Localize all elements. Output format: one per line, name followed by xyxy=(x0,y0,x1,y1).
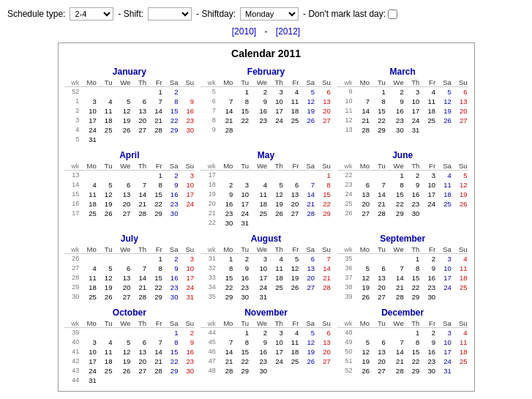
day-cell: 10 xyxy=(420,180,436,190)
week-number: 35 xyxy=(201,292,217,302)
col-header-tu: Tu xyxy=(233,78,250,87)
day-cell: 16 xyxy=(163,273,179,283)
week-row: 35293031 xyxy=(201,292,331,302)
week-row: 1078910111213 xyxy=(337,97,468,106)
day-cell: 9 xyxy=(179,97,195,106)
day-cell: 11 xyxy=(452,264,468,273)
day-cell: 30 xyxy=(420,292,436,302)
day-cell xyxy=(147,376,163,385)
week-number: 49 xyxy=(337,338,353,347)
schedule-type-select[interactable]: 2-41-13-34-4 xyxy=(70,7,113,20)
col-header-fr: Fr xyxy=(284,319,300,328)
day-cell: 14 xyxy=(147,106,163,116)
col-header-wk: wk xyxy=(337,319,353,328)
dontmark-checkbox[interactable] xyxy=(388,10,397,19)
week-row: 5119202122232425 xyxy=(337,357,468,366)
day-cell: 26 xyxy=(299,116,315,125)
day-cell: 20 xyxy=(113,199,131,209)
week-row: 1511121314151617 xyxy=(64,190,195,199)
week-number: 52 xyxy=(337,366,353,376)
week-number: 35 xyxy=(337,254,353,264)
week-row: 424252627282930 xyxy=(64,125,195,135)
week-number: 47 xyxy=(201,357,217,366)
day-cell: 28 xyxy=(217,125,234,135)
day-cell: 24 xyxy=(80,125,97,135)
day-cell: 27 xyxy=(113,209,131,218)
day-cell: 19 xyxy=(452,190,468,199)
day-cell xyxy=(131,87,147,97)
month-september: SeptemberwkMoTuWeThFrSaSu351234365678910… xyxy=(336,232,470,303)
day-cell: 22 xyxy=(147,199,163,209)
day-cell: 21 xyxy=(147,357,163,366)
day-cell: 3 xyxy=(233,180,250,190)
day-cell: 21 xyxy=(315,273,331,283)
day-cell: 10 xyxy=(436,264,452,273)
day-cell: 27 xyxy=(113,292,131,302)
col-header-wk: wk xyxy=(201,162,217,171)
col-header-sa: Sa xyxy=(299,78,315,87)
day-cell: 6 xyxy=(131,97,147,106)
day-cell xyxy=(80,87,97,97)
day-cell: 9 xyxy=(250,338,268,347)
day-cell: 29 xyxy=(405,366,421,376)
day-cell: 8 xyxy=(163,338,179,347)
col-header-mo: Mo xyxy=(217,245,234,254)
day-cell: 1 xyxy=(217,254,234,264)
col-header-tu: Tu xyxy=(97,162,113,171)
next-year-link[interactable]: [2012] xyxy=(276,26,300,37)
day-cell: 2 xyxy=(405,171,421,181)
day-cell: 6 xyxy=(284,180,300,190)
day-cell: 14 xyxy=(217,347,234,357)
col-header-mo: Mo xyxy=(80,162,97,171)
day-cell: 27 xyxy=(131,125,147,135)
col-header-th: Th xyxy=(131,245,147,254)
day-cell: 21 xyxy=(386,283,405,292)
week-row: 4578910111213 xyxy=(201,338,331,347)
month-april: AprilwkMoTuWeThFrSaSu1312314456789101511… xyxy=(63,149,197,229)
day-cell xyxy=(353,87,371,97)
shiftday-select[interactable]: MondayTuesdayWednesdayThursdayFridaySatu… xyxy=(240,7,299,20)
day-cell xyxy=(284,171,300,181)
week-number: 8 xyxy=(201,116,217,125)
col-header-su: Su xyxy=(452,319,468,328)
day-cell: 6 xyxy=(113,264,131,273)
col-header-su: Su xyxy=(315,78,331,87)
month-january: JanuarywkMoTuWeThFrSaSu52121345678921011… xyxy=(63,65,197,146)
day-cell: 14 xyxy=(217,106,234,116)
day-cell: 24 xyxy=(268,116,284,125)
month-table-september: wkMoTuWeThFrSaSu351234365678910113712131… xyxy=(337,245,468,302)
day-cell: 4 xyxy=(80,264,97,273)
col-header-tu: Tu xyxy=(97,78,113,87)
week-row: 4217181920212223 xyxy=(64,357,195,366)
calendar-container: Calendar 2011 JanuarywkMoTuWeThFrSaSu521… xyxy=(58,42,475,392)
col-header-su: Su xyxy=(179,319,195,328)
day-cell: 1 xyxy=(233,87,250,97)
day-cell: 14 xyxy=(315,264,331,273)
shift-select[interactable] xyxy=(148,7,192,20)
day-cell xyxy=(353,328,371,338)
day-cell xyxy=(452,125,468,135)
day-cell: 21 xyxy=(217,357,234,366)
day-cell: 28 xyxy=(370,209,386,218)
prev-year-link[interactable]: [2010] xyxy=(232,26,256,37)
day-cell xyxy=(113,254,131,264)
week-row: 1221222324252627 xyxy=(337,116,468,125)
day-cell: 28 xyxy=(386,292,405,302)
week-number: 5 xyxy=(64,135,80,144)
col-header-su: Su xyxy=(179,162,195,171)
day-cell: 24 xyxy=(80,366,97,376)
week-number: 40 xyxy=(64,338,80,347)
day-cell: 3 xyxy=(250,254,268,264)
day-cell: 26 xyxy=(436,116,452,125)
day-cell: 28 xyxy=(386,366,405,376)
day-cell: 23 xyxy=(163,199,179,209)
day-cell: 15 xyxy=(147,190,163,199)
col-header-su: Su xyxy=(452,245,468,254)
day-cell: 13 xyxy=(284,190,300,199)
months-grid: JanuarywkMoTuWeThFrSaSu52121345678921011… xyxy=(63,65,470,387)
week-number: 29 xyxy=(64,283,80,292)
day-cell: 18 xyxy=(268,273,284,283)
day-cell: 12 xyxy=(353,273,371,283)
day-cell: 17 xyxy=(179,190,195,199)
week-row: 171 xyxy=(201,171,331,181)
